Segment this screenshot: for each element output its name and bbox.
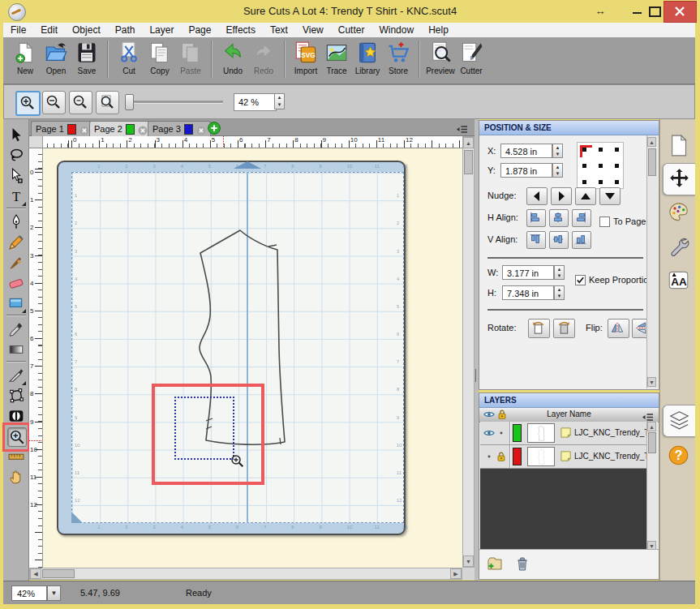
align-middle-button[interactable] xyxy=(549,231,569,249)
tshirt-pattern-shape[interactable] xyxy=(43,148,462,568)
save-button[interactable]: Save xyxy=(71,41,102,75)
rotate-cw-button[interactable] xyxy=(553,319,575,338)
layer-name[interactable]: LJC_KNC_Trendy_T-shir xyxy=(574,428,647,437)
import-button[interactable]: SVGImport xyxy=(290,41,321,75)
reference-point-grid[interactable] xyxy=(577,142,624,189)
nudge-left-button[interactable] xyxy=(526,187,548,205)
layer-locked-icon[interactable] xyxy=(496,451,507,462)
design-canvas[interactable]: 1111222233334444555566667777888899991010… xyxy=(43,148,462,568)
menu-file[interactable]: File xyxy=(3,23,33,37)
align-left-button[interactable] xyxy=(526,209,546,227)
flip-horizontal-button[interactable] xyxy=(608,319,629,338)
reference-point[interactable] xyxy=(599,180,603,184)
page-tab-1[interactable]: Page 1 xyxy=(31,121,94,136)
shape-tool[interactable] xyxy=(7,294,25,312)
menu-effects[interactable]: Effects xyxy=(218,23,262,37)
ruler-tool[interactable] xyxy=(7,448,25,465)
status-zoom-select[interactable]: 42% xyxy=(11,585,47,601)
menu-layer[interactable]: Layer xyxy=(142,23,181,37)
nudge-right-button[interactable] xyxy=(551,187,572,205)
h-input[interactable]: 7.348 in xyxy=(502,285,554,300)
copy-button[interactable]: Copy xyxy=(144,41,175,75)
side-tab-wrench[interactable] xyxy=(663,231,694,262)
x-stepper[interactable]: ▲▼ xyxy=(552,144,563,158)
scroll-down-arrow[interactable]: ▼ xyxy=(463,555,474,567)
x-input[interactable]: 4.528 in xyxy=(500,144,552,158)
tabbar-menu-icon[interactable] xyxy=(456,122,468,131)
close-tab-icon[interactable] xyxy=(138,124,148,134)
store-button[interactable]: Store xyxy=(383,41,414,75)
page-tab-2[interactable]: Page 2 xyxy=(89,121,152,136)
layer-row[interactable]: LJC_KNC_Trendy_T-shir xyxy=(480,445,648,469)
close-tab-icon[interactable] xyxy=(196,124,206,134)
reference-point[interactable] xyxy=(599,148,603,152)
scroll-down-arrow[interactable]: ▼ xyxy=(647,377,656,387)
align-bottom-button[interactable] xyxy=(572,231,591,249)
zoom-percent-input[interactable]: 42 % xyxy=(234,93,277,111)
layer-color-swatch[interactable] xyxy=(513,448,522,465)
align-right-button[interactable] xyxy=(572,209,591,227)
zoom-in-button[interactable] xyxy=(15,91,41,116)
delete-layer-button[interactable] xyxy=(513,555,531,572)
nudge-up-button[interactable] xyxy=(575,187,596,205)
layer-unlocked-dot-icon[interactable] xyxy=(496,427,507,439)
position-panel-scrollbar[interactable]: ▲ ▼ xyxy=(646,135,658,388)
menu-cutter[interactable]: Cutter xyxy=(331,23,372,37)
eraser-tool[interactable] xyxy=(7,274,25,292)
hand-tool[interactable] xyxy=(7,468,25,486)
scroll-up-arrow[interactable]: ▲ xyxy=(647,137,656,147)
hscroll-thumb[interactable] xyxy=(42,569,75,578)
close-button[interactable] xyxy=(663,1,697,23)
menu-path[interactable]: Path xyxy=(108,23,143,37)
trace-button[interactable]: Trace xyxy=(321,41,352,75)
preview-button[interactable]: Preview xyxy=(425,41,456,75)
reference-point[interactable] xyxy=(582,180,586,184)
lasso-tool[interactable] xyxy=(7,147,25,165)
zoom-fit-button[interactable] xyxy=(96,91,119,114)
layer-color-swatch[interactable] xyxy=(513,424,522,442)
close-tab-icon[interactable] xyxy=(79,124,89,134)
w-input[interactable]: 3.177 in xyxy=(502,265,554,280)
menu-page[interactable]: Page xyxy=(181,23,218,37)
menu-edit[interactable]: Edit xyxy=(33,23,65,37)
h-stepper[interactable]: ▲▼ xyxy=(554,285,565,300)
layer-row[interactable]: LJC_KNC_Trendy_T-shir xyxy=(480,422,648,445)
distort-tool[interactable] xyxy=(7,387,25,405)
side-tab-palette[interactable] xyxy=(663,197,694,228)
canvas-hscrollbar[interactable]: ◀ ▶ xyxy=(29,568,462,580)
scroll-left-arrow[interactable]: ◀ xyxy=(30,568,41,579)
open-button[interactable]: Open xyxy=(41,41,71,75)
reference-point[interactable] xyxy=(615,164,619,168)
layer-name[interactable]: LJC_KNC_Trendy_T-shir xyxy=(574,452,647,461)
canvas-vscrollbar[interactable]: ▲ ▼ xyxy=(462,136,475,568)
align-center-button[interactable] xyxy=(549,209,569,227)
knife-tool[interactable] xyxy=(7,367,25,384)
y-input[interactable]: 1.878 in xyxy=(500,163,552,178)
to-page-checkbox[interactable] xyxy=(599,217,610,227)
eyedropper-tool[interactable] xyxy=(7,320,25,338)
menu-text[interactable]: Text xyxy=(263,23,295,37)
scroll-up-arrow[interactable]: ▲ xyxy=(463,137,474,148)
new-button[interactable]: New xyxy=(10,41,41,75)
nudge-down-button[interactable] xyxy=(599,187,621,205)
add-page-button[interactable] xyxy=(208,122,221,135)
pen-tool[interactable] xyxy=(7,213,25,231)
layer-hidden-dot-icon[interactable] xyxy=(483,451,495,462)
layer-visible-icon[interactable] xyxy=(483,427,495,439)
scroll-right-arrow[interactable]: ▶ xyxy=(450,568,462,579)
menu-window[interactable]: Window xyxy=(371,23,421,37)
maximize-button[interactable] xyxy=(649,6,661,17)
rotate-ccw-button[interactable] xyxy=(528,319,550,338)
reference-point[interactable] xyxy=(599,164,603,168)
add-layer-button[interactable] xyxy=(486,555,504,572)
select-tool[interactable] xyxy=(7,127,25,144)
paste-button[interactable]: Paste xyxy=(175,41,206,75)
reference-point[interactable] xyxy=(615,148,619,152)
status-zoom-dropdown-icon[interactable]: ▼ xyxy=(47,585,61,601)
zoom-slider-track[interactable] xyxy=(127,101,223,104)
gradient-tool[interactable] xyxy=(7,341,25,358)
menu-object[interactable]: Object xyxy=(65,23,108,37)
undo-button[interactable]: Undo xyxy=(217,41,248,75)
node-select-tool[interactable] xyxy=(7,167,25,185)
brush-tool[interactable] xyxy=(7,254,25,272)
